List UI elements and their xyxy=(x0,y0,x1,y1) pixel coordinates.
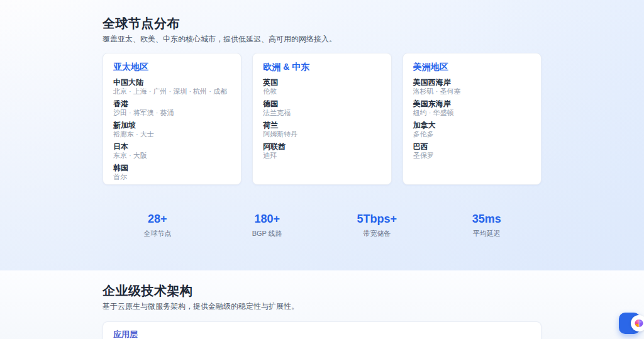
nodes-section-subtitle: 覆盖亚太、欧美、中东的核心城市，提供低延迟、高可用的网络接入。 xyxy=(103,35,541,43)
region-cards-row: 亚太地区 中国大陆 北京 · 上海 · 广州 · 深圳 · 杭州 · 成都 香港… xyxy=(103,53,541,185)
node-cities: 伦敦 xyxy=(263,87,380,96)
stat-global-nodes: 28+ 全球节点 xyxy=(103,213,213,237)
architecture-section: 企业级技术架构 基于云原生与微服务架构，提供金融级的稳定性与扩展性。 应用层 xyxy=(0,270,644,339)
node-country: 阿联酋 xyxy=(263,142,380,151)
stat-value: 35ms xyxy=(432,213,542,225)
node-group: 英国 伦敦 xyxy=(263,78,380,96)
node-group: 美国西海岸 洛杉矶 · 圣何塞 xyxy=(413,78,531,96)
node-cities: 沙田 · 将军澳 · 葵涌 xyxy=(113,109,231,117)
architecture-section-subtitle: 基于云原生与微服务架构，提供金融级的稳定性与扩展性。 xyxy=(103,303,541,311)
application-layer-label: 应用层 xyxy=(113,330,531,339)
brain-icon xyxy=(634,318,644,328)
node-cities: 北京 · 上海 · 广州 · 深圳 · 杭州 · 成都 xyxy=(113,87,231,96)
stat-value: 5Tbps+ xyxy=(322,213,432,225)
node-country: 荷兰 xyxy=(263,121,380,130)
stat-label: 全球节点 xyxy=(103,230,213,237)
node-cities: 迪拜 xyxy=(263,152,380,160)
stat-label: 平均延迟 xyxy=(432,230,542,237)
node-cities: 洛杉矶 · 圣何塞 xyxy=(413,87,531,96)
global-nodes-section: 全球节点分布 覆盖亚太、欧美、中东的核心城市，提供低延迟、高可用的网络接入。 亚… xyxy=(0,0,644,270)
assistant-widget xyxy=(619,313,640,334)
node-country: 香港 xyxy=(113,99,231,108)
stat-bgp-lines: 180+ BGP 线路 xyxy=(213,213,323,237)
node-group: 加拿大 多伦多 xyxy=(413,121,531,138)
stat-label: 带宽储备 xyxy=(322,230,432,237)
node-country: 韩国 xyxy=(113,164,231,172)
node-cities: 首尔 xyxy=(113,173,231,181)
assistant-badge[interactable] xyxy=(631,315,644,331)
node-cities: 阿姆斯特丹 xyxy=(263,130,380,138)
node-cities: 东京 · 大阪 xyxy=(113,152,231,160)
node-group: 德国 法兰克福 xyxy=(263,99,380,117)
node-country: 巴西 xyxy=(413,142,531,151)
node-group: 美国东海岸 纽约 · 华盛顿 xyxy=(413,99,531,117)
node-cities: 纽约 · 华盛顿 xyxy=(413,109,531,117)
node-country: 加拿大 xyxy=(413,121,531,130)
node-cities: 多伦多 xyxy=(413,130,531,138)
stat-value: 28+ xyxy=(103,213,213,225)
stat-bandwidth: 5Tbps+ 带宽储备 xyxy=(322,213,432,237)
region-card-americas: 美洲地区 美国西海岸 洛杉矶 · 圣何塞 美国东海岸 纽约 · 华盛顿 加拿大 … xyxy=(402,53,541,185)
stat-latency: 35ms 平均延迟 xyxy=(432,213,542,237)
stat-value: 180+ xyxy=(213,213,323,225)
node-group: 阿联酋 迪拜 xyxy=(263,142,380,160)
nodes-section-title: 全球节点分布 xyxy=(103,0,541,30)
node-country: 英国 xyxy=(263,78,380,87)
stats-row: 28+ 全球节点 180+ BGP 线路 5Tbps+ 带宽储备 35ms 平均… xyxy=(103,213,541,237)
node-group: 香港 沙田 · 将军澳 · 葵涌 xyxy=(113,99,231,117)
node-group: 日本 东京 · 大阪 xyxy=(113,142,231,160)
node-country: 德国 xyxy=(263,99,380,108)
node-cities: 法兰克福 xyxy=(263,109,380,117)
node-cities: 圣保罗 xyxy=(413,152,531,160)
node-country: 美国东海岸 xyxy=(413,99,531,108)
region-card-title: 美洲地区 xyxy=(413,62,531,72)
node-cities: 裕廊东 · 大士 xyxy=(113,130,231,138)
node-group: 中国大陆 北京 · 上海 · 广州 · 深圳 · 杭州 · 成都 xyxy=(113,78,231,96)
region-card-title: 亚太地区 xyxy=(113,62,231,72)
node-country: 中国大陆 xyxy=(113,78,231,87)
node-group: 巴西 圣保罗 xyxy=(413,142,531,160)
region-card-title: 欧洲 & 中东 xyxy=(263,62,380,72)
region-card-asia-pacific: 亚太地区 中国大陆 北京 · 上海 · 广州 · 深圳 · 杭州 · 成都 香港… xyxy=(103,53,242,185)
architecture-section-title: 企业级技术架构 xyxy=(103,270,541,297)
region-card-europe-middle-east: 欧洲 & 中东 英国 伦敦 德国 法兰克福 荷兰 阿姆斯特丹 阿联酋 迪拜 xyxy=(252,53,391,185)
node-group: 新加坡 裕廊东 · 大士 xyxy=(113,121,231,138)
node-country: 日本 xyxy=(113,142,231,151)
node-group: 韩国 首尔 xyxy=(113,164,231,181)
node-country: 新加坡 xyxy=(113,121,231,130)
architecture-card: 应用层 xyxy=(103,321,541,339)
stat-label: BGP 线路 xyxy=(213,230,323,237)
node-group: 荷兰 阿姆斯特丹 xyxy=(263,121,380,138)
node-country: 美国西海岸 xyxy=(413,78,531,87)
